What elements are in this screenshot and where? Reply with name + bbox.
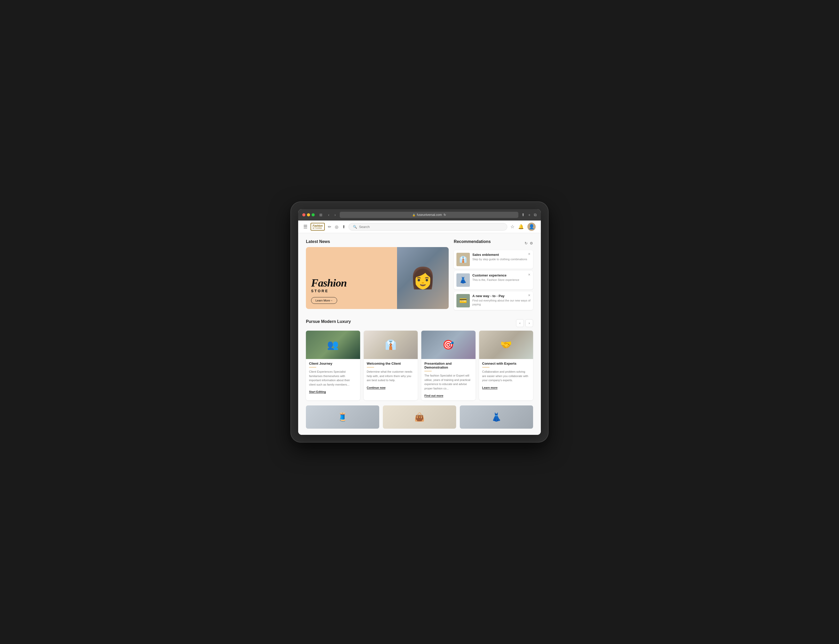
filter-rec-icon[interactable]: ⚙ (530, 241, 533, 245)
browser-chrome: ⊞ ‹ › 🔒 fuseuniversal.com ↻ ⬆ ＋ ⧉ (298, 209, 541, 220)
card-body-4: Connect with Experts Collaboration and p… (479, 359, 533, 392)
card-link-2[interactable]: Continue now (367, 386, 386, 389)
refresh-rec-icon[interactable]: ↻ (524, 241, 527, 245)
card-desc-3: The fashion Specialist or Expert will ut… (424, 373, 472, 391)
rec-content-1: Sales enblement Step by step guide to cl… (472, 253, 531, 261)
pursue-section: Pursue Modern Luxury ‹ › 👥 Client Journe… (306, 319, 533, 400)
card-desc-1: Client Experiences Specialist familarise… (309, 370, 357, 387)
rec-actions: ↻ ⚙ (524, 241, 533, 245)
logo: Fashion STORE (311, 223, 325, 231)
notification-icon[interactable]: 🔔 (518, 224, 524, 230)
rec-desc-2: This is the, Fashion Store experience (472, 278, 531, 282)
minimize-button[interactable] (307, 213, 310, 216)
maximize-button[interactable] (312, 213, 315, 216)
rec-desc-3: Find out everything about the our new wa… (472, 299, 531, 307)
logo-line1: Fashion (313, 224, 323, 227)
learn-more-button[interactable]: Learn More→ (311, 297, 337, 304)
prev-button[interactable]: ‹ (516, 319, 524, 327)
tabs-icon[interactable]: ⧉ (534, 212, 537, 217)
rec-content-3: A new way - to - Pay Find out everything… (472, 294, 531, 307)
star-icon[interactable]: ☆ (510, 224, 514, 230)
latest-news-title: Latest News (306, 239, 449, 244)
new-tab-icon[interactable]: ＋ (527, 212, 531, 217)
main-content: Latest News Fashion STORE Learn More→ 👩 (298, 233, 541, 435)
rec-title-2: Customer experience (472, 273, 531, 277)
app-toolbar: ☰ Fashion STORE ✏ ◎ ⬆ 🔍 ☆ 🔔 👤 (298, 220, 541, 233)
card-body-2: Welcoming the Client Determine what the … (364, 359, 418, 392)
back-button[interactable]: ‹ (327, 212, 330, 217)
rec-thumb-3: 💳 (457, 294, 470, 307)
device-frame: ⊞ ‹ › 🔒 fuseuniversal.com ↻ ⬆ ＋ ⧉ ☰ Fash… (290, 201, 549, 443)
latest-news-section: Latest News Fashion STORE Learn More→ 👩 (306, 239, 449, 312)
news-photo-icon: 👩 (410, 266, 436, 290)
rec-close-3[interactable]: ✕ (528, 294, 531, 297)
card-image-1: 👥 (306, 331, 360, 359)
bottom-card-1: 🧵 (306, 406, 379, 429)
card-body-3: Presentation and Demonstration The fashi… (421, 359, 476, 400)
browser-window: ⊞ ‹ › 🔒 fuseuniversal.com ↻ ⬆ ＋ ⧉ ☰ Fash… (298, 209, 541, 435)
card-image-4: 🤝 (479, 331, 533, 359)
card-divider-1 (309, 367, 316, 368)
card-desc-4: Collaboration and problem-solving are ea… (482, 370, 530, 383)
fashion-text: Fashion (311, 278, 392, 288)
hamburger-menu[interactable]: ☰ (303, 224, 307, 230)
card-divider-2 (367, 367, 374, 368)
rec-close-2[interactable]: ✕ (528, 273, 531, 276)
card-title-3: Presentation and Demonstration (424, 361, 472, 369)
pursue-header: Pursue Modern Luxury ‹ › (306, 319, 533, 327)
card-title-2: Welcoming the Client (367, 361, 415, 365)
recommendations-header: Recommendations ↻ ⚙ (454, 239, 533, 247)
edit-icon[interactable]: ✏ (328, 224, 331, 229)
card-image-2: 👔 (364, 331, 418, 359)
refresh-icon: ↻ (443, 213, 446, 217)
url-text: fuseuniversal.com (417, 213, 442, 217)
card-welcoming: 👔 Welcoming the Client Determine what th… (364, 331, 418, 400)
close-button[interactable] (302, 213, 305, 216)
card-title-1: Client Journey (309, 361, 357, 365)
search-input[interactable] (359, 225, 503, 229)
card-title-4: Connect with Experts (482, 361, 530, 365)
bottom-card-2: 👜 (383, 406, 456, 429)
card-connect: 🤝 Connect with Experts Collaboration and… (479, 331, 533, 400)
rec-card-1[interactable]: 👔 Sales enblement Step by step guide to … (454, 250, 533, 269)
store-text: STORE (311, 289, 392, 293)
card-image-3: 🎯 (421, 331, 476, 359)
rec-title-3: A new way - to - Pay (472, 294, 531, 298)
logo-line2: STORE (313, 227, 323, 230)
rec-card-2[interactable]: 👗 Customer experience This is the, Fashi… (454, 271, 533, 289)
card-link-1[interactable]: Start Editing (309, 390, 326, 394)
pursue-nav: ‹ › (516, 319, 533, 327)
forward-button[interactable]: › (333, 212, 337, 217)
card-desc-2: Determine what the customer needs help w… (367, 370, 415, 383)
url-bar[interactable]: 🔒 fuseuniversal.com ↻ (340, 212, 518, 218)
search-icon: 🔍 (353, 225, 357, 229)
news-photo: 👩 (397, 247, 449, 309)
avatar[interactable]: 👤 (527, 223, 536, 231)
traffic-lights (302, 213, 315, 216)
browser-actions: ⬆ ＋ ⧉ (521, 212, 537, 217)
rec-content-2: Customer experience This is the, Fashion… (472, 273, 531, 282)
search-bar[interactable]: 🔍 (348, 223, 507, 230)
rec-close-1[interactable]: ✕ (528, 252, 531, 256)
toolbar-right: ☆ 🔔 👤 (510, 223, 536, 231)
lock-icon: 🔒 (412, 214, 415, 216)
card-link-4[interactable]: Learn more (482, 386, 498, 389)
card-link-3[interactable]: Find out more (424, 394, 443, 398)
bottom-card-3: 👗 (460, 406, 533, 429)
cards-grid: 👥 Client Journey Client Experiences Spec… (306, 331, 533, 400)
upload-icon[interactable]: ⬆ (342, 224, 345, 229)
toolbar-icons: ✏ ◎ ⬆ (328, 224, 345, 229)
pursue-title: Pursue Modern Luxury (306, 319, 351, 324)
rec-desc-1: Step by step guide to clothing combinati… (472, 257, 531, 261)
next-button[interactable]: › (525, 319, 533, 327)
recommendations-title: Recommendations (454, 239, 491, 244)
rec-thumb-1: 👔 (457, 253, 470, 266)
card-divider-3 (424, 371, 432, 371)
bottom-cards-row: 🧵 👜 👗 (306, 406, 533, 429)
rec-card-3[interactable]: 💳 A new way - to - Pay Find out everythi… (454, 291, 533, 310)
target-icon[interactable]: ◎ (335, 224, 338, 229)
card-presentation: 🎯 Presentation and Demonstration The fas… (421, 331, 476, 400)
sidebar-toggle-button[interactable]: ⊞ (318, 212, 324, 217)
rec-title-1: Sales enblement (472, 253, 531, 256)
share-icon[interactable]: ⬆ (521, 212, 525, 217)
